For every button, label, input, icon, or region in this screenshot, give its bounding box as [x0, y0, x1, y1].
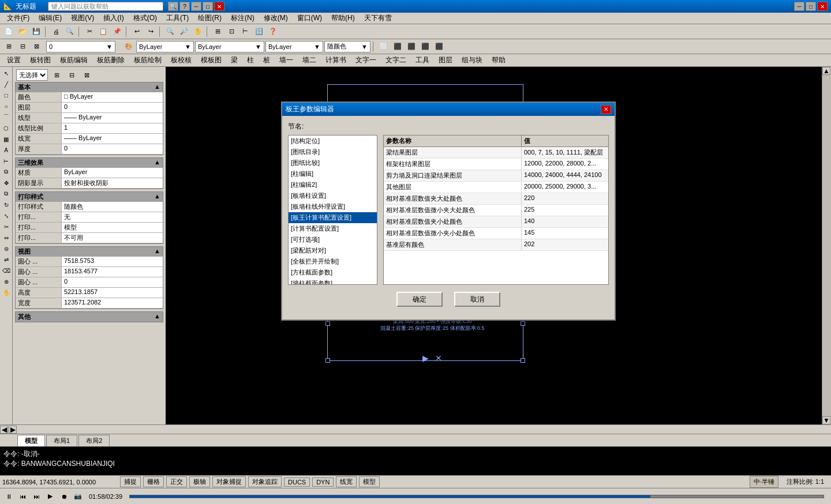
menu-snow[interactable]: 天下有雪	[360, 12, 396, 24]
param-row-0[interactable]: 梁结果图层 000, 7, 15, 10, 1111, 梁配层	[384, 147, 608, 159]
tb-ws2[interactable]: ⬛	[391, 41, 404, 52]
tb-paste[interactable]: 📌	[111, 26, 123, 37]
tb-preview[interactable]: 🔍	[63, 26, 76, 37]
hscroll-left-btn[interactable]: ◀	[0, 426, 8, 434]
view-toggle[interactable]: ▲	[154, 247, 160, 256]
node-item-8[interactable]: [计算书配置设置]	[289, 223, 377, 234]
status-ducs[interactable]: DUCS	[284, 477, 310, 487]
status-osnap[interactable]: 对象捕捉	[212, 476, 246, 487]
linetype-value[interactable]: —— ByLayer	[62, 113, 163, 123]
cad-tools[interactable]: 工具	[411, 54, 434, 66]
section-view-header[interactable]: 视图 ▲	[16, 247, 163, 257]
status-snap[interactable]: 捕捉	[120, 476, 141, 487]
tool-hatch[interactable]: ▦	[1, 134, 12, 144]
tb-undo[interactable]: ↩	[130, 26, 143, 37]
tab-model[interactable]: 模型	[17, 435, 45, 446]
tool-move[interactable]: ✥	[1, 178, 12, 188]
cad-banjiaoke[interactable]: 板校核	[166, 54, 196, 66]
cad-liang[interactable]: 梁	[226, 54, 242, 66]
tb-ws3[interactable]: ⬛	[405, 41, 418, 52]
play-btn[interactable]: ▶	[44, 491, 57, 502]
node-list[interactable]: [结构定位] [图纸目录] [图纸比较] [柱编辑] [柱编辑2] [板墙柱设置…	[288, 135, 377, 285]
canvas-area[interactable]: 某某工程结构计算书配置设置 第1层:至1层 位置:0-100 梁高:500 梁宽…	[166, 67, 831, 424]
tb-layer3[interactable]: ⊠	[30, 41, 43, 52]
status-otrack[interactable]: 对象追踪	[248, 476, 282, 487]
tool-scale[interactable]: ⤡	[1, 210, 12, 221]
tool-erase[interactable]: ⌫	[1, 265, 12, 276]
cad-help[interactable]: 帮助	[487, 54, 510, 66]
layer-value[interactable]: 0	[62, 103, 163, 112]
ps-value[interactable]: 随颜色	[62, 202, 163, 212]
props-btn2[interactable]: ⊟	[65, 69, 78, 81]
param-row-5[interactable]: 相对基准层数值微小夹大处颜色 225	[384, 205, 608, 216]
linewidth-dropdown[interactable]: ByLayer ▼	[265, 41, 323, 52]
help-btn[interactable]: ?	[179, 2, 190, 11]
thickness-value[interactable]: 0	[62, 144, 163, 154]
node-item-13[interactable]: [墙柱截面参数]	[289, 278, 377, 285]
cz-value[interactable]: 0	[62, 277, 163, 287]
status-dyn[interactable]: DYN	[312, 477, 334, 487]
param-row-2[interactable]: 剪力墙及洞口连梁结果图层 14000, 24000, 4444, 24100	[384, 170, 608, 182]
tool-poly[interactable]: ⬡	[1, 123, 12, 133]
dialog-cancel-btn[interactable]: 取消	[454, 292, 500, 307]
node-item-9[interactable]: [可打选项]	[289, 234, 377, 245]
param-row-7[interactable]: 相对基准层数值微小夹小处颜色 145	[384, 228, 608, 239]
tool-mirror[interactable]: ⇌	[1, 254, 12, 265]
menu-view[interactable]: 视图(V)	[66, 12, 99, 24]
scroll-up-btn[interactable]: ▲	[822, 67, 830, 75]
shadow-value[interactable]: 投射和接收阴影	[62, 178, 163, 188]
scroll-track[interactable]	[822, 75, 831, 416]
tb-zoom2[interactable]: 🔎	[178, 26, 190, 37]
menu-format[interactable]: 格式(O)	[129, 12, 162, 24]
width-value[interactable]: 123571.2082	[62, 298, 163, 308]
node-item-7[interactable]: [板王计算书配置设置]	[289, 212, 377, 223]
cad-banzhuntu[interactable]: 板转图	[25, 54, 55, 66]
tab-layout1[interactable]: 布局1	[46, 435, 77, 446]
p1-value[interactable]: 无	[62, 212, 163, 222]
linetype-dropdown[interactable]: ByLayer ▼	[195, 41, 264, 52]
p2-value[interactable]: 模型	[62, 223, 163, 232]
param-val-0[interactable]: 000, 7, 15, 10, 1111, 梁配层	[522, 147, 608, 158]
tool-line[interactable]: ╱	[1, 79, 12, 89]
tool-trim[interactable]: ✂	[1, 221, 12, 232]
section-other-header[interactable]: 其他 ▲	[16, 312, 163, 322]
tool-dim[interactable]: ⊢	[1, 156, 12, 166]
tb-copy[interactable]: 📋	[97, 26, 110, 37]
menu-help[interactable]: 帮助(H)	[327, 12, 360, 24]
node-item-1[interactable]: [图纸目录]	[289, 146, 377, 157]
cad-zuykuai[interactable]: 组与块	[457, 54, 487, 66]
cad-banjinbianji[interactable]: 板筋编辑	[55, 54, 92, 66]
tool-zoom-win[interactable]: ⊕	[1, 276, 12, 287]
status-lw[interactable]: 线宽	[336, 476, 357, 487]
color-dropdown[interactable]: ByLayer ▼	[136, 41, 194, 52]
close-btn[interactable]: ✕	[817, 2, 828, 11]
hscroll-right-btn[interactable]: ▶	[9, 426, 17, 434]
node-item-11[interactable]: [全板拦并开绘制]	[289, 256, 377, 267]
basic-toggle[interactable]: ▲	[154, 83, 160, 92]
section-3d-header[interactable]: 三维效果 ▲	[16, 158, 163, 168]
status-polar[interactable]: 极轴	[189, 476, 210, 487]
tb-ws1[interactable]: ⬜	[377, 41, 390, 52]
tb-new[interactable]: 📄	[2, 26, 15, 37]
tool-rotate[interactable]: ↻	[1, 200, 12, 210]
maximize-btn2[interactable]: □	[203, 2, 213, 11]
param-row-3[interactable]: 其他图层 20000, 25000, 29000, 3...	[384, 182, 608, 193]
cad-qiang1[interactable]: 墙一	[275, 54, 298, 66]
p3-value[interactable]: 不可用	[62, 233, 163, 243]
cad-settings[interactable]: 设置	[2, 54, 25, 66]
menu-draw[interactable]: 绘图(R)	[193, 12, 226, 24]
node-item-2[interactable]: [图纸比较]	[289, 157, 377, 168]
param-val-3[interactable]: 20000, 25000, 29000, 3...	[522, 182, 608, 193]
tool-arc[interactable]: ⌒	[1, 112, 12, 122]
effects-toggle[interactable]: ▲	[154, 159, 160, 167]
cad-tuceng[interactable]: 图层	[434, 54, 457, 66]
tb-layer1[interactable]: ⊞	[2, 41, 15, 52]
height-value[interactable]: 52213.1857	[62, 288, 163, 298]
node-item-5[interactable]: [板墙柱设置]	[289, 190, 377, 201]
cad-banjinshanchu[interactable]: 板筋删除	[92, 54, 129, 66]
dialog-ok-btn[interactable]: 确定	[396, 292, 443, 307]
tool-circle[interactable]: ○	[1, 101, 12, 111]
tb-zoom[interactable]: 🔍	[164, 26, 177, 37]
cad-wenzi1[interactable]: 文字一	[351, 54, 381, 66]
menu-dim[interactable]: 标注(N)	[226, 12, 259, 24]
